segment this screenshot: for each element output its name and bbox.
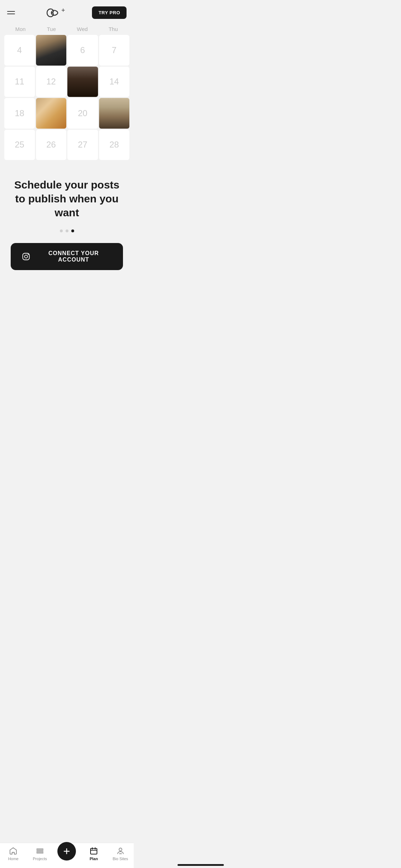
svg-point-2 [28, 254, 29, 255]
dot-1 [60, 229, 63, 232]
logo-icon [43, 7, 60, 19]
day-label-mon: Mon [5, 26, 36, 32]
header: + TRY PRO [0, 0, 134, 22]
calendar-grid: 4 6 7 11 12 14 18 [4, 35, 129, 160]
calendar-cell-14[interactable]: 14 [99, 67, 130, 97]
promo-title: Schedule your posts to publish when you … [11, 178, 123, 219]
calendar-cell-20[interactable]: 20 [67, 98, 98, 129]
promo-section: Schedule your posts to publish when you … [0, 160, 134, 281]
dot-2 [66, 229, 68, 232]
calendar-cell-19[interactable] [36, 98, 67, 129]
calendar-cell-25[interactable]: 25 [4, 130, 35, 160]
calendar-section: Mon Tue Wed Thu 4 6 7 11 12 [0, 22, 134, 160]
logo: + [43, 7, 65, 19]
svg-point-1 [25, 255, 27, 258]
calendar-cell-11[interactable]: 11 [4, 67, 35, 97]
calendar-cell-26[interactable]: 26 [36, 130, 67, 160]
dot-3 [71, 229, 74, 232]
logo-plus-icon: + [61, 7, 65, 14]
calendar-cell-5[interactable] [36, 35, 67, 66]
calendar-cell-27[interactable]: 27 [67, 130, 98, 160]
calendar-cell-28[interactable]: 28 [99, 130, 130, 160]
day-label-wed: Wed [67, 26, 98, 32]
day-label-tue: Tue [36, 26, 67, 32]
calendar-cell-18[interactable]: 18 [4, 98, 35, 129]
instagram-icon [21, 252, 31, 262]
calendar-cell-12[interactable]: 12 [36, 67, 67, 97]
calendar-day-headers: Mon Tue Wed Thu [4, 26, 129, 35]
connect-account-button[interactable]: CONNECT YOUR ACCOUNT [11, 243, 123, 270]
menu-button[interactable] [7, 11, 16, 14]
connect-label: CONNECT YOUR ACCOUNT [35, 250, 112, 263]
calendar-cell-21[interactable] [99, 98, 130, 129]
calendar-cell-4[interactable]: 4 [4, 35, 35, 66]
calendar-cell-7[interactable]: 7 [99, 35, 130, 66]
calendar-cell-13[interactable] [67, 67, 98, 97]
day-label-thu: Thu [98, 26, 129, 32]
pagination-dots [11, 229, 123, 232]
calendar-cell-6[interactable]: 6 [67, 35, 98, 66]
try-pro-button[interactable]: TRY PRO [92, 6, 127, 19]
